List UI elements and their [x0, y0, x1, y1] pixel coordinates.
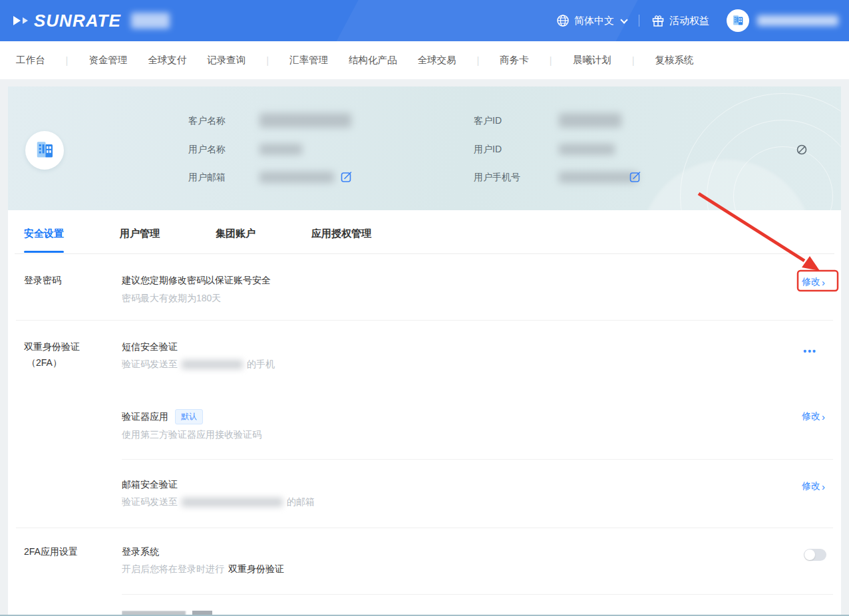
edit-phone-icon[interactable]	[629, 171, 641, 183]
authenticator-app-title: 验证器应用 默认	[122, 409, 203, 424]
nav-item-funds[interactable]: 资金管理	[88, 54, 127, 67]
login-2fa-toggle-off[interactable]	[804, 549, 826, 561]
benefits-button[interactable]: 活动权益	[651, 14, 709, 27]
customer-id-value-redacted	[559, 113, 621, 128]
authenticator-subtitle: 使用第三方验证器应用接收验证码	[122, 429, 261, 441]
nav-separator: |	[66, 55, 69, 66]
customer-name-value-redacted	[259, 113, 351, 128]
hide-info-eye-off-icon[interactable]	[796, 144, 808, 156]
nav-separator: |	[632, 55, 635, 66]
sms-more-options-button[interactable]: •••	[803, 346, 817, 357]
nav-separator: |	[266, 55, 269, 66]
chevron-down-icon	[620, 16, 627, 23]
account-avatar[interactable]	[727, 9, 749, 32]
row-divider	[122, 594, 833, 595]
customer-name-label: 客户名称	[188, 115, 226, 127]
user-id-label: 用户ID	[474, 144, 502, 156]
top-header-bar: SUNRATE 简体中文	[0, 0, 849, 41]
building-icon	[33, 138, 57, 162]
sms-verification-title: 短信安全验证	[122, 341, 178, 353]
email-verification-subtitle: 验证码发送至 的邮箱	[122, 496, 315, 508]
tab-security-settings[interactable]: 安全设置	[24, 228, 64, 240]
tab-user-management[interactable]: 用户管理	[120, 228, 160, 240]
gift-icon	[651, 14, 665, 27]
account-security-page: SUNRATE 简体中文	[0, 0, 849, 616]
edit-email-icon[interactable]	[341, 171, 353, 183]
nav-item-chenxi-plan[interactable]: 晨曦计划	[573, 54, 611, 67]
chevron-right-icon: ›	[822, 412, 825, 422]
active-tab-indicator	[24, 251, 64, 253]
section-2fa-line2: （2FA）	[27, 357, 62, 369]
chevron-right-icon: ›	[822, 277, 825, 287]
email-address-redacted	[182, 498, 283, 507]
language-selector[interactable]: 简体中文	[556, 14, 627, 27]
user-id-value-redacted	[559, 144, 615, 155]
profile-banner: 客户名称 用户名称 用户邮箱 客户ID 用户ID 用户手机号	[8, 86, 841, 210]
settings-card: 安全设置 用户管理 集团账户 应用授权管理 登录密码 建议您定期修改密码以保证账…	[8, 210, 841, 616]
user-phone-value-redacted	[559, 172, 637, 183]
section-divider	[16, 320, 833, 321]
primary-nav: 工作台 | 资金管理 全球支付 记录查询 | 汇率管理 结构化产品 全球交易 |…	[0, 41, 849, 80]
nav-item-records[interactable]: 记录查询	[207, 54, 246, 67]
login-system-subtitle: 开启后您将在登录时进行 双重身份验证	[122, 563, 284, 575]
default-badge: 默认	[175, 409, 203, 424]
change-password-button[interactable]: 修改›	[802, 276, 825, 288]
password-advice-title: 建议您定期修改密码以保证账号安全	[122, 275, 271, 287]
section-2fa-app-settings: 2FA应用设置	[24, 546, 78, 558]
user-email-value-redacted	[259, 172, 334, 183]
user-phone-label: 用户手机号	[474, 172, 520, 184]
login-system-title: 登录系统	[122, 546, 159, 558]
logo-arrows-icon	[13, 16, 28, 25]
sms-verification-subtitle: 验证码发送至 的手机	[122, 359, 275, 371]
customer-id-label: 客户ID	[474, 115, 502, 127]
password-validity-subtitle: 密码最大有效期为180天	[122, 293, 221, 305]
section-2fa-line1: 双重身份验证	[24, 341, 80, 353]
tab-group-accounts[interactable]: 集团账户	[216, 228, 255, 240]
change-email-verification-button[interactable]: 修改›	[802, 480, 825, 492]
nav-item-business-card[interactable]: 商务卡	[500, 54, 529, 67]
header-divider	[639, 15, 639, 27]
sms-phone-redacted	[182, 360, 243, 369]
nav-separator: |	[477, 55, 480, 66]
nav-item-structured-products[interactable]: 结构化产品	[349, 54, 397, 67]
building-icon	[731, 13, 745, 28]
nav-item-workbench[interactable]: 工作台	[16, 54, 45, 67]
benefits-label: 活动权益	[669, 15, 709, 27]
nav-item-review-system[interactable]: 复核系统	[655, 54, 693, 67]
logo-suffix-redacted	[131, 13, 170, 29]
nav-separator: |	[550, 55, 552, 66]
user-name-label: 用户名称	[188, 144, 226, 156]
user-email-label: 用户邮箱	[188, 172, 226, 184]
company-avatar	[25, 131, 64, 170]
change-authenticator-button[interactable]: 修改›	[802, 410, 825, 422]
section-divider	[16, 528, 833, 528]
tabs-divider	[15, 253, 834, 254]
email-verification-title: 邮箱安全验证	[122, 479, 178, 491]
brand-logo[interactable]: SUNRATE	[13, 0, 170, 41]
logo-text: SUNRATE	[34, 11, 121, 31]
nav-item-global-payments[interactable]: 全球支付	[148, 54, 186, 67]
username-redacted[interactable]	[757, 15, 838, 26]
language-label: 简体中文	[574, 15, 614, 27]
globe-icon	[556, 14, 570, 27]
tab-app-authorization[interactable]: 应用授权管理	[311, 228, 371, 240]
chevron-right-icon: ›	[822, 482, 825, 492]
section-login-password: 登录密码	[24, 275, 61, 287]
nav-item-global-trading[interactable]: 全球交易	[418, 54, 456, 67]
user-name-value-redacted	[259, 144, 302, 155]
nav-item-fx[interactable]: 汇率管理	[289, 54, 328, 67]
toggle-knob	[804, 549, 815, 560]
row-divider	[122, 459, 833, 460]
